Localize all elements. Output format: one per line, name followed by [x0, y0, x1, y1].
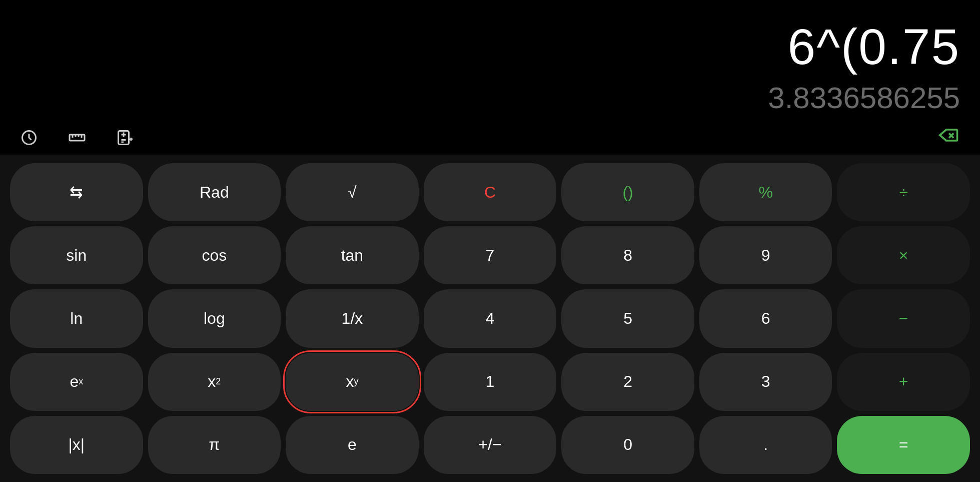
key-parens[interactable]: () — [561, 163, 694, 221]
ruler-icon[interactable] — [68, 129, 86, 147]
key-abs[interactable]: |x| — [10, 416, 143, 474]
keypad: ⇆Rad√C()%÷sincostan789×lnlog1/x456−exx2x… — [0, 155, 980, 482]
key-divide[interactable]: ÷ — [837, 163, 970, 221]
key-8[interactable]: 8 — [561, 226, 694, 284]
key-tan[interactable]: tan — [286, 226, 419, 284]
key-2[interactable]: 2 — [561, 353, 694, 411]
key-xy[interactable]: xy — [286, 353, 419, 411]
key-9[interactable]: 9 — [699, 226, 832, 284]
backspace-icon[interactable] — [938, 124, 960, 151]
key-dot[interactable]: . — [699, 416, 832, 474]
key-e[interactable]: e — [286, 416, 419, 474]
key-7[interactable]: 7 — [424, 226, 557, 284]
history-icon[interactable] — [20, 129, 38, 147]
key-0[interactable]: 0 — [561, 416, 694, 474]
main-expression: 6^(0.75 — [788, 18, 960, 76]
key-x2[interactable]: x2 — [148, 353, 281, 411]
display-area: 6^(0.75 3.8336586255 — [0, 0, 980, 120]
key-multiply[interactable]: × — [837, 226, 970, 284]
key-6[interactable]: 6 — [699, 289, 832, 347]
key-minus[interactable]: − — [837, 289, 970, 347]
key-swap[interactable]: ⇆ — [10, 163, 143, 221]
key-clear[interactable]: C — [424, 163, 557, 221]
key-5[interactable]: 5 — [561, 289, 694, 347]
toolbar — [0, 120, 980, 155]
key-plus[interactable]: + — [837, 353, 970, 411]
key-negate[interactable]: +/− — [424, 416, 557, 474]
calculator-plus-icon[interactable] — [116, 129, 134, 147]
key-ex[interactable]: ex — [10, 353, 143, 411]
key-rad[interactable]: Rad — [148, 163, 281, 221]
result-expression: 3.8336586255 — [768, 81, 960, 115]
key-3[interactable]: 3 — [699, 353, 832, 411]
key-equals[interactable]: = — [837, 416, 970, 474]
key-reciprocal[interactable]: 1/x — [286, 289, 419, 347]
key-1[interactable]: 1 — [424, 353, 557, 411]
key-4[interactable]: 4 — [424, 289, 557, 347]
key-cos[interactable]: cos — [148, 226, 281, 284]
key-percent[interactable]: % — [699, 163, 832, 221]
key-pi[interactable]: π — [148, 416, 281, 474]
key-ln[interactable]: ln — [10, 289, 143, 347]
key-sqrt[interactable]: √ — [286, 163, 419, 221]
toolbar-icons — [20, 129, 938, 147]
key-log[interactable]: log — [148, 289, 281, 347]
key-sin[interactable]: sin — [10, 226, 143, 284]
